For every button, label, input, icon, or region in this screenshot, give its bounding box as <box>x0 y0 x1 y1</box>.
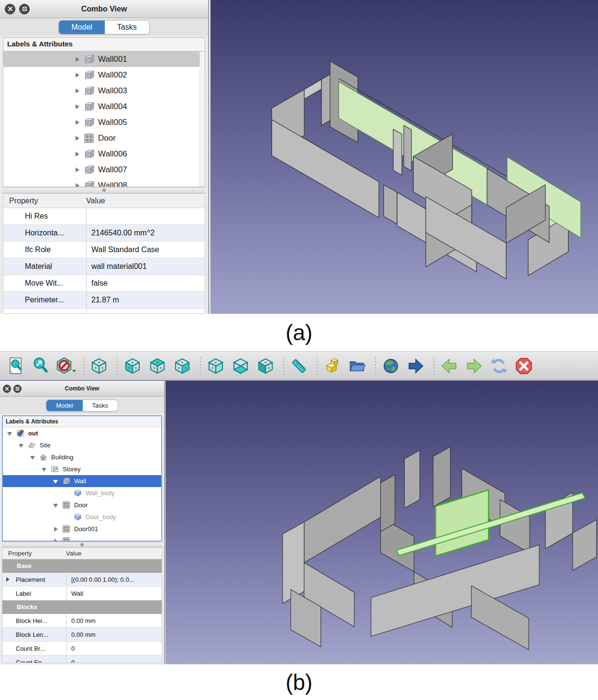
tree-item-site[interactable]: Site <box>3 439 161 451</box>
table-row-perimeter[interactable]: Perimeter...21.87 m <box>3 292 205 309</box>
clipping-plane-button[interactable] <box>55 355 77 377</box>
expand-icon[interactable] <box>74 56 81 63</box>
view-top-button[interactable] <box>146 355 168 377</box>
tree-item-wall_body[interactable]: Wall_body <box>3 487 161 499</box>
tree-item-wall007[interactable]: Wall007 <box>3 162 205 178</box>
tree-item[interactable] <box>3 535 161 542</box>
tree-item-label: Door <box>74 501 88 509</box>
panel-splitter[interactable] <box>3 187 205 193</box>
collapse-icon[interactable] <box>7 430 13 437</box>
expand-icon[interactable] <box>74 135 81 142</box>
view-fit-all-button[interactable] <box>5 355 27 377</box>
property-value[interactable] <box>86 309 205 314</box>
3d-viewport-a[interactable] <box>210 0 598 314</box>
property-value[interactable]: 0 <box>66 656 162 663</box>
arch-structure-button[interactable] <box>321 355 343 377</box>
tree-item-door_body[interactable]: Door_body <box>3 511 161 523</box>
property-value[interactable]: [(0.00 0.00 1.00); 0.0... <box>66 573 162 586</box>
property-value[interactable]: 0.00 mm <box>66 614 162 627</box>
undock-icon[interactable] <box>13 385 22 393</box>
collapse-icon[interactable] <box>53 502 59 509</box>
collapse-icon[interactable] <box>18 442 25 449</box>
property-value[interactable]: wall material001 <box>86 258 205 275</box>
tree-item-storey[interactable]: Storey <box>3 463 161 475</box>
table-row-block-len[interactable]: Block Len...0.00 mm <box>2 628 162 642</box>
expand-icon[interactable] <box>74 151 81 157</box>
tree-item-building[interactable]: Building <box>3 451 161 463</box>
property-value[interactable]: false <box>86 275 205 291</box>
view-bottom-button[interactable] <box>230 355 252 377</box>
model-tree-b: Labels & Attributes outSiteBuildingStore… <box>2 415 162 542</box>
stop-loading-button[interactable] <box>513 355 535 377</box>
property-name: Count En... <box>16 659 66 664</box>
expand-icon[interactable] <box>74 88 81 94</box>
table-row-ifc-role[interactable]: Ifc RoleWall Standard Case <box>3 242 205 258</box>
collapse-icon[interactable] <box>30 454 36 461</box>
view-right-button[interactable] <box>171 355 193 377</box>
collapse-icon[interactable] <box>53 478 59 485</box>
tree-item-door[interactable]: Door <box>3 499 161 511</box>
expand-icon[interactable] <box>74 167 81 173</box>
property-value[interactable]: 0 <box>66 642 162 655</box>
measure-distance-button[interactable] <box>288 355 310 377</box>
property-table-header: Property Value <box>2 548 162 559</box>
view-fit-selection-button[interactable] <box>30 355 52 377</box>
table-row-hi-res[interactable]: Hi Res <box>3 208 205 225</box>
tree-item-wall002[interactable]: Wall002 <box>3 67 205 83</box>
panel-splitter[interactable] <box>2 542 162 547</box>
navigate-back-button[interactable] <box>438 355 460 377</box>
navigate-forward-button[interactable] <box>463 355 485 377</box>
table-row-label[interactable]: LabelWall <box>2 587 162 600</box>
view-left-button[interactable] <box>255 355 277 377</box>
tree-item-wall004[interactable]: Wall004 <box>3 99 205 114</box>
expand-icon[interactable] <box>74 119 81 126</box>
expand-icon[interactable] <box>74 182 81 188</box>
tab-tasks[interactable]: Tasks <box>105 21 149 34</box>
tree-item-wall003[interactable]: Wall003 <box>3 83 205 99</box>
collapse-icon[interactable] <box>41 466 48 473</box>
row-gutter <box>3 208 25 224</box>
expand-icon[interactable] <box>6 577 10 582</box>
tree-scrollbar[interactable] <box>199 52 205 187</box>
expand-icon[interactable] <box>53 526 59 533</box>
tree-item-wall008[interactable]: Wall008 <box>3 178 205 187</box>
refresh-button[interactable] <box>488 355 510 377</box>
close-icon[interactable] <box>5 4 15 14</box>
view-front-button[interactable] <box>122 355 144 377</box>
view-axonometric-button[interactable] <box>88 355 110 377</box>
table-row-move-wit[interactable]: Move Wit...false <box>3 275 205 292</box>
tree-item-out[interactable]: out <box>3 427 161 439</box>
table-row-block-hei[interactable]: Block Hei...0.00 mm <box>2 614 162 628</box>
tree-item-door[interactable]: Door <box>3 130 205 146</box>
table-row-standard[interactable]: Standard... <box>3 309 205 314</box>
tree-item-wall001[interactable]: Wall001 <box>3 51 205 67</box>
expand-icon[interactable] <box>74 103 81 110</box>
navigate-forward-blue-button[interactable] <box>405 355 427 377</box>
table-row-material[interactable]: Materialwall material001 <box>3 258 205 275</box>
table-row-horizonta[interactable]: Horizonta...2146540.00 mm^2 <box>3 225 205 242</box>
expand-icon[interactable] <box>74 72 81 78</box>
table-row-count-br[interactable]: Count Br...0 <box>2 642 162 656</box>
property-value[interactable]: 0.00 mm <box>66 628 162 641</box>
table-row-count-en[interactable]: Count En...0 <box>2 656 162 663</box>
tab-tasks[interactable]: Tasks <box>83 400 118 411</box>
open-folder-button[interactable] <box>346 355 368 377</box>
undock-icon[interactable] <box>19 4 30 14</box>
expand-icon[interactable] <box>53 538 59 542</box>
view-rear-button[interactable] <box>205 355 227 377</box>
3d-viewport-b[interactable] <box>166 381 598 664</box>
tree-item-wall005[interactable]: Wall005 <box>3 114 205 130</box>
property-value[interactable]: Wall <box>66 587 162 600</box>
tree-item-wall[interactable]: Wall <box>3 475 161 487</box>
close-icon[interactable] <box>3 385 11 393</box>
property-value[interactable]: 2146540.00 mm^2 <box>86 225 205 241</box>
tree-item-wall006[interactable]: Wall006 <box>3 146 205 162</box>
tab-model[interactable]: Model <box>46 400 82 411</box>
tree-item-door001[interactable]: Door001 <box>3 523 161 535</box>
property-value[interactable] <box>86 208 205 224</box>
table-row-placement[interactable]: Placement[(0.00 0.00 1.00); 0.0... <box>2 573 162 587</box>
web-browser-button[interactable] <box>380 355 402 377</box>
property-value[interactable]: 21.87 m <box>86 292 205 308</box>
property-value[interactable]: Wall Standard Case <box>86 242 205 258</box>
tab-model[interactable]: Model <box>59 21 105 34</box>
